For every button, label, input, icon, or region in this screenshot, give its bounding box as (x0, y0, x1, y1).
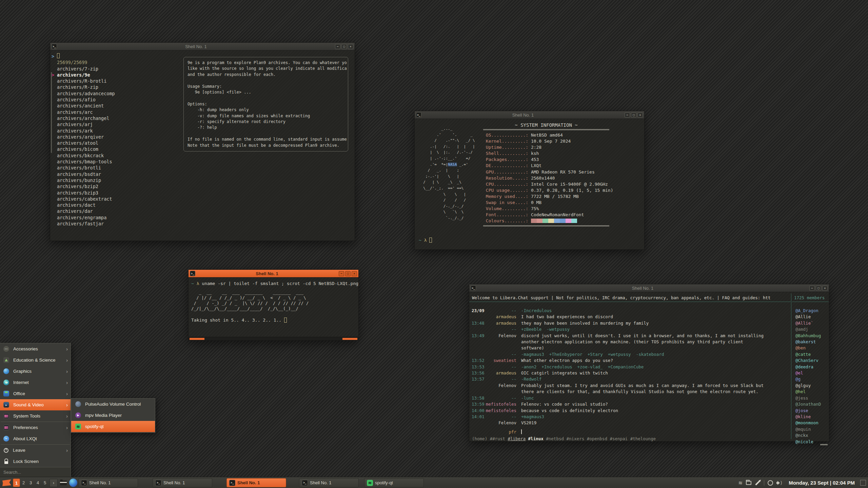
task-button-spotify-qt[interactable]: ≋spotify-qt (364, 478, 424, 487)
maximize-button[interactable]: □ (341, 44, 347, 49)
status-tray-icon[interactable] (768, 480, 773, 486)
channel-tab[interactable]: #libera (508, 436, 526, 441)
minimize-button[interactable]: − (809, 286, 815, 291)
task-button-shell-no-1[interactable]: >_Shell No. 1 (299, 478, 359, 487)
list-item[interactable]: archivers/engrampa (52, 215, 115, 221)
menu-item-graphics[interactable]: Graphics› (0, 366, 71, 377)
list-item[interactable]: archivers/ancient (52, 103, 115, 109)
list-item[interactable]: archivers/brotli (52, 165, 115, 171)
channel-tab[interactable]: #linux (528, 436, 544, 441)
list-item[interactable]: archivers/advancecomp (52, 90, 115, 97)
channel-tab[interactable]: #openbsd (587, 436, 607, 441)
menu-search-input[interactable]: Search... (0, 467, 71, 477)
menu-item-sound-video[interactable]: Sound & Video› (0, 399, 71, 410)
filemanager-tray-icon[interactable] (746, 481, 751, 485)
channel-tab[interactable]: #netbsd (546, 436, 564, 441)
nicklist-entry[interactable]: @jess (795, 395, 821, 401)
nick-list[interactable]: @A_Dragon@Allie@Allie`@amdj@Bahhumbug@ba… (795, 308, 821, 445)
message-input-row[interactable]: pfr (469, 429, 791, 435)
volume-icon[interactable]: ) (776, 481, 783, 485)
nicklist-entry[interactable]: @bakerst (795, 339, 821, 345)
spotify-tray-icon[interactable]: ≋ (738, 480, 743, 486)
nicklist-entry[interactable]: @amdj (795, 326, 821, 332)
list-item[interactable]: archivers/arj (52, 121, 115, 127)
submenu-item-mpv-media-player[interactable]: mpv Media Player (71, 410, 155, 421)
nicklist-entry[interactable]: @mquin (795, 426, 821, 432)
list-item[interactable]: archivers/archangel (52, 115, 115, 121)
nicklist-entry[interactable]: @nckx (795, 432, 821, 439)
channel-tab[interactable]: #senpai (610, 436, 628, 441)
task-button-shell-no-1[interactable]: >_Shell No. 1 (226, 478, 286, 487)
list-item[interactable]: archivers/bkcrack (52, 152, 115, 159)
list-item[interactable]: >archivers/9e (52, 72, 115, 78)
menu-item-office[interactable]: Office› (0, 388, 71, 399)
close-button[interactable]: ✕ (637, 113, 643, 118)
list-item[interactable]: archivers/arc (52, 109, 115, 115)
minimize-button[interactable]: − (625, 113, 630, 118)
nicklist-entry[interactable]: @Allie (795, 314, 821, 320)
channel-tab[interactable]: #nixers (567, 436, 585, 441)
titlebar[interactable]: >_ Shell No. 1 − □ ✕ (50, 43, 355, 50)
list-item[interactable]: archivers/atool (52, 140, 115, 146)
maximize-button[interactable]: □ (631, 113, 636, 118)
nicklist-entry[interactable]: @ben (795, 345, 821, 351)
nicklist-entry[interactable]: @nicole (795, 439, 821, 445)
workspace-button-4[interactable]: 4 (34, 480, 41, 485)
list-item[interactable]: archivers/ark (52, 128, 115, 134)
channel-tab[interactable]: #thelounge (630, 436, 656, 441)
list-item[interactable]: archivers/bunzip (52, 177, 115, 183)
list-item[interactable]: archivers/afio (52, 97, 115, 103)
maximize-button[interactable]: □ (816, 286, 821, 291)
nicklist-entry[interactable]: @A_Dragon (795, 308, 821, 314)
resize-grip-left[interactable] (190, 338, 204, 340)
nicklist-entry[interactable]: @Bahhumbug (795, 333, 821, 339)
fzf-prompt-line[interactable]: > (52, 53, 115, 59)
submenu-item-spotify-qt[interactable]: ≋spotify-qt (71, 421, 155, 432)
nicklist-scrollbar[interactable] (820, 444, 828, 445)
list-item[interactable]: archivers/R-brotli (52, 78, 115, 84)
minimize-button[interactable]: − (339, 271, 344, 276)
channel-tab[interactable]: ##rust (490, 436, 505, 441)
list-item[interactable]: archivers/bsdtar (52, 171, 115, 177)
nicklist-entry[interactable]: @moonmoon (795, 420, 821, 426)
list-item[interactable]: archivers/fastjar (52, 221, 115, 227)
list-item[interactable]: archivers/bicom (52, 146, 115, 152)
nicklist-entry[interactable]: @ChanServ (795, 358, 821, 364)
show-desktop-button[interactable] (860, 480, 866, 486)
nicklist-entry[interactable]: @Allie` (795, 320, 821, 326)
menu-item-preferences[interactable]: Preferences› (0, 422, 71, 433)
workspace-button-1[interactable]: 1 (13, 479, 20, 487)
menu-item-about-lxqt[interactable]: ~About LXQt (0, 433, 71, 444)
file-manager-launcher[interactable] (59, 479, 67, 487)
list-item[interactable]: archivers/7-zip (52, 66, 115, 72)
channel-switcher[interactable]: (home) ##rust #libera #linux #netbsd #ni… (472, 436, 656, 442)
workspace-button-2[interactable]: 2 (20, 480, 27, 485)
browser-launcher[interactable] (69, 479, 77, 487)
task-button-shell-no-1[interactable]: >_Shell No. 1 (78, 478, 138, 487)
nicklist-entry[interactable]: @hel (795, 389, 821, 395)
menu-item-system-tools[interactable]: System Tools› (0, 410, 71, 422)
list-item[interactable]: archivers/bzip3 (52, 190, 115, 196)
nicklist-entry[interactable]: @glguy (795, 383, 821, 389)
task-button-shell-no-1[interactable]: >_Shell No. 1 (153, 478, 212, 487)
minimize-button[interactable]: − (335, 44, 340, 49)
workspace-button-3[interactable]: 3 (27, 480, 34, 485)
launcher-arrow-button[interactable]: › (50, 479, 58, 487)
list-item[interactable]: archivers/R-zip (52, 84, 115, 90)
titlebar[interactable]: >_ Shell No. 1 − □ ✕ (415, 111, 644, 119)
nicklist-entry[interactable]: @catte (795, 351, 821, 358)
menu-item-accessories[interactable]: ···Accessories› (0, 343, 71, 354)
nicklist-entry[interactable]: @kline (795, 414, 821, 420)
editor-tray-icon[interactable] (755, 480, 760, 485)
channel-tab[interactable]: (home) (472, 436, 487, 441)
menu-item-education-science[interactable]: Education & Science› (0, 354, 71, 366)
menu-item-internet[interactable]: Internet› (0, 377, 71, 388)
resize-grip-right[interactable] (342, 338, 357, 340)
close-button[interactable]: ✕ (822, 286, 828, 291)
nicklist-entry[interactable]: @JonathanD (795, 401, 821, 407)
close-button[interactable]: ✕ (352, 271, 357, 276)
menu-item-lock-screen[interactable]: Lock Screen (0, 456, 71, 467)
list-item[interactable]: archivers/dact (52, 202, 115, 208)
nicklist-entry[interactable]: @deedra (795, 364, 821, 370)
clock[interactable]: Monday, 23 Sept | 02:04 PM (789, 480, 855, 486)
